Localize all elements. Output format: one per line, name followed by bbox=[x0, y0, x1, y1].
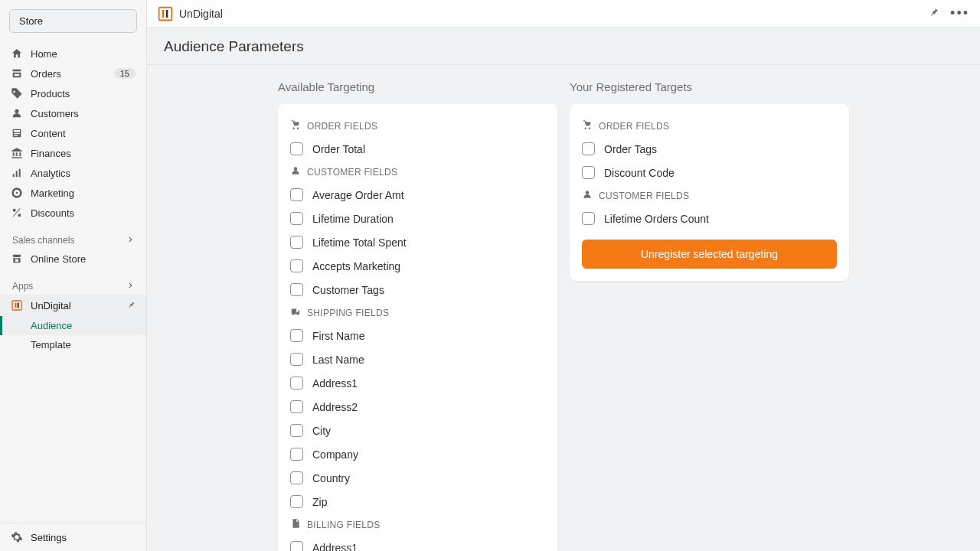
field-label: City bbox=[312, 425, 331, 437]
nav-label: Finances bbox=[31, 148, 71, 159]
field-row[interactable]: Address2 bbox=[290, 395, 545, 419]
field-label: Accepts Marketing bbox=[312, 260, 400, 272]
field-row[interactable]: Average Order Amt bbox=[290, 183, 545, 207]
field-label: Order Total bbox=[312, 143, 365, 155]
field-label: Address1 bbox=[312, 542, 358, 552]
group-label: ORDER FIELDS bbox=[599, 121, 669, 132]
gear-icon bbox=[11, 531, 23, 543]
checkbox[interactable] bbox=[290, 188, 303, 201]
field-row[interactable]: Last Name bbox=[290, 347, 545, 371]
sidebar-item-finances[interactable]: Finances bbox=[0, 143, 146, 163]
percent-icon bbox=[11, 207, 23, 219]
sidebar-item-orders[interactable]: Orders15 bbox=[0, 64, 146, 83]
target-icon bbox=[11, 187, 23, 199]
sidebar-item-online-store[interactable]: Online Store bbox=[0, 249, 146, 269]
store-selector[interactable]: Store bbox=[9, 9, 137, 33]
checkbox[interactable] bbox=[290, 495, 303, 508]
subnav-item-audience[interactable]: Audience bbox=[0, 316, 146, 335]
subnav-item-template[interactable]: Template bbox=[0, 335, 146, 354]
field-row[interactable]: Lifetime Orders Count bbox=[582, 207, 837, 230]
checkbox[interactable] bbox=[290, 329, 303, 342]
field-row[interactable]: Address1 bbox=[290, 371, 545, 395]
field-label: Customer Tags bbox=[312, 284, 384, 296]
sidebar-item-analytics[interactable]: Analytics bbox=[0, 163, 146, 183]
field-label: Lifetime Duration bbox=[312, 213, 394, 225]
sidebar-item-customers[interactable]: Customers bbox=[0, 103, 146, 123]
field-row[interactable]: Discount Code bbox=[582, 161, 837, 184]
group-label: CUSTOMER FIELDS bbox=[307, 167, 397, 178]
sidebar-item-content[interactable]: Content bbox=[0, 123, 146, 143]
billing-fields-header: BILLING FIELDS bbox=[290, 514, 545, 536]
field-label: Lifetime Orders Count bbox=[604, 213, 709, 225]
app-name-label: UnDigital bbox=[31, 300, 71, 311]
checkbox[interactable] bbox=[290, 424, 303, 437]
chevron-right-icon bbox=[126, 235, 134, 246]
nav-label: Customers bbox=[31, 108, 79, 119]
apps-label: Apps bbox=[12, 281, 33, 292]
order-fields-header: ORDER FIELDS bbox=[290, 115, 545, 137]
topbar-app-title: UnDigital bbox=[179, 8, 223, 20]
checkbox[interactable] bbox=[290, 377, 303, 390]
sidebar-item-discounts[interactable]: Discounts bbox=[0, 203, 146, 223]
unregister-button[interactable]: Unregister selected targeting bbox=[582, 240, 837, 269]
checkbox[interactable] bbox=[290, 448, 303, 461]
field-row[interactable]: Customer Tags bbox=[290, 278, 545, 302]
checkbox[interactable] bbox=[582, 166, 595, 179]
sidebar-item-marketing[interactable]: Marketing bbox=[0, 183, 146, 203]
nav-badge: 15 bbox=[114, 68, 136, 79]
field-label: Average Order Amt bbox=[312, 189, 404, 201]
registered-card: ORDER FIELDSOrder TagsDiscount CodeCUSTO… bbox=[570, 104, 849, 281]
field-label: Last Name bbox=[312, 354, 364, 366]
order-fields-header: ORDER FIELDS bbox=[582, 115, 837, 137]
checkbox[interactable] bbox=[290, 353, 303, 366]
field-row[interactable]: Lifetime Duration bbox=[290, 207, 545, 230]
sidebar-item-home[interactable]: Home bbox=[0, 44, 146, 64]
checkbox[interactable] bbox=[290, 236, 303, 249]
svg-rect-0 bbox=[12, 301, 21, 310]
sidebar-app-undigital[interactable]: UnDigital bbox=[0, 295, 146, 316]
field-row[interactable]: Country bbox=[290, 466, 545, 490]
app-icon bbox=[158, 6, 173, 21]
field-row[interactable]: Order Tags bbox=[582, 137, 837, 161]
checkbox[interactable] bbox=[582, 212, 595, 225]
field-row[interactable]: Zip bbox=[290, 490, 545, 514]
sidebar-item-products[interactable]: Products bbox=[0, 83, 146, 103]
sidebar-item-settings[interactable]: Settings bbox=[0, 523, 146, 551]
more-icon[interactable]: ••• bbox=[950, 5, 969, 21]
customer-icon bbox=[290, 165, 301, 178]
nav-label: Analytics bbox=[31, 168, 70, 179]
group-label: ORDER FIELDS bbox=[307, 121, 377, 132]
page-header: Audience Parameters bbox=[147, 28, 980, 65]
field-row[interactable]: Address1 bbox=[290, 536, 545, 551]
field-row[interactable]: Accepts Marketing bbox=[290, 254, 545, 278]
checkbox[interactable] bbox=[290, 400, 303, 413]
field-label: First Name bbox=[312, 330, 364, 342]
checkbox[interactable] bbox=[290, 259, 303, 272]
order-icon bbox=[582, 119, 593, 132]
checkbox[interactable] bbox=[582, 142, 595, 155]
field-row[interactable]: Company bbox=[290, 442, 545, 466]
registered-targets-column: Your Registered Targets ORDER FIELDSOrde… bbox=[570, 80, 849, 536]
pin-icon[interactable] bbox=[928, 6, 939, 21]
billing-icon bbox=[290, 518, 301, 531]
checkbox[interactable] bbox=[290, 283, 303, 296]
apps-header[interactable]: Apps bbox=[0, 269, 146, 295]
checkbox[interactable] bbox=[290, 142, 303, 155]
main-content: UnDigital ••• Audience Parameters Availa… bbox=[147, 0, 980, 551]
nav-label: Home bbox=[31, 48, 57, 60]
chevron-right-icon bbox=[126, 281, 134, 292]
svg-rect-3 bbox=[159, 7, 172, 20]
checkbox[interactable] bbox=[290, 471, 303, 484]
sales-channels-header[interactable]: Sales channels bbox=[0, 223, 146, 249]
field-row[interactable]: City bbox=[290, 419, 545, 442]
shipping-fields-header: SHIPPING FIELDS bbox=[290, 302, 545, 324]
field-row[interactable]: Order Total bbox=[290, 137, 545, 161]
online-store-label: Online Store bbox=[31, 253, 86, 265]
pin-icon[interactable] bbox=[126, 300, 136, 311]
topbar: UnDigital ••• bbox=[147, 0, 980, 28]
field-row[interactable]: First Name bbox=[290, 324, 545, 347]
sidebar: Store HomeOrders15ProductsCustomersConte… bbox=[0, 0, 147, 551]
checkbox[interactable] bbox=[290, 212, 303, 225]
checkbox[interactable] bbox=[290, 541, 303, 551]
field-row[interactable]: Lifetime Total Spent bbox=[290, 230, 545, 254]
